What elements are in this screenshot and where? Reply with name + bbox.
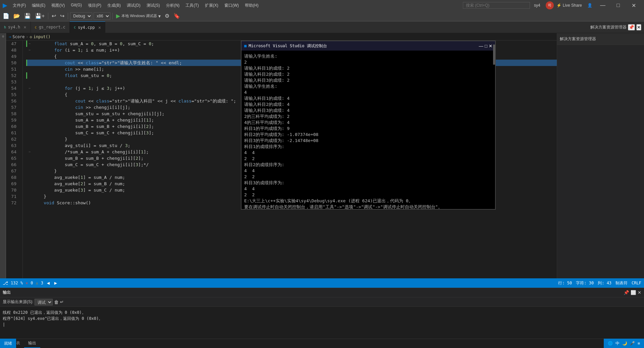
tab-gs-label: gs_report.c	[39, 25, 65, 29]
menu-file[interactable]: 文件(F)	[10, 1, 29, 10]
tab-sy4cpp-label: sy4.cpp	[78, 25, 95, 30]
console-line-1: 2	[244, 59, 492, 65]
line-number-50: 50	[6, 60, 19, 66]
change-indicator-71	[26, 193, 27, 200]
toolbar-separator-3	[112, 13, 113, 19]
toolbar-separator-2	[68, 13, 68, 19]
change-indicator-67	[26, 168, 27, 174]
title-bar: ▶ 文件(F) 编辑(E) 视图(V) Git(G) 项目(P) 生成(B) 调…	[0, 0, 644, 11]
error-count[interactable]: 0	[31, 281, 33, 285]
menu-project[interactable]: 项目(P)	[85, 1, 104, 10]
feedback-icon: ≡	[638, 341, 640, 346]
console-minimize[interactable]: —	[479, 44, 483, 49]
open-file-button[interactable]: 📂	[12, 12, 21, 20]
nav-back-button[interactable]: ◄	[46, 280, 51, 286]
console-line-23: 2 2	[244, 192, 492, 198]
line-number-68: 68	[6, 174, 19, 181]
source-control-icon[interactable]: ⎇	[3, 280, 8, 286]
nav-forward-button[interactable]: ►	[53, 280, 58, 286]
console-line-25: E:\大三上\c++实验\实验4\sy4\Debug\sy4.exe (进程 6…	[244, 198, 492, 204]
dropdown-icon: ▾	[158, 13, 161, 19]
tab-sy4h[interactable]: h sy4.h ×	[0, 21, 31, 33]
toolbar-separator-1	[48, 13, 48, 19]
save-all-button[interactable]: 💾+	[34, 12, 46, 20]
console-line-26: 要在调试停止时自动关闭控制台，请启用"工具"->"选项"->"调试"->"调试停…	[244, 204, 492, 209]
breadcrumb-score[interactable]: Score	[12, 34, 24, 39]
output-header: 输出 📌 ⬜ ✕	[0, 288, 644, 297]
undo-button[interactable]: ↩	[50, 12, 57, 20]
menu-debug[interactable]: 调试(D)	[124, 1, 143, 10]
editor-container: 4748495051525354555657585960616263646566…	[6, 41, 557, 278]
tab-sy4h-close[interactable]: ×	[23, 24, 26, 30]
console-line-12: 科目1的平均成绩为: 9	[244, 126, 492, 132]
maximize-button[interactable]: □	[610, 0, 626, 11]
tab-sy4cpp-close[interactable]: ×	[98, 25, 101, 30]
solution-explorer-title: 解决方案资源管理器	[590, 24, 627, 30]
change-indicator-47	[26, 41, 27, 47]
console-maximize[interactable]: □	[485, 44, 487, 49]
debug-config-select[interactable]: Debug	[70, 12, 92, 20]
run-label: 本地 Windows 调试器	[121, 13, 157, 18]
debug-tools[interactable]: ⚙	[163, 12, 171, 20]
tab-gs-report[interactable]: c gs_report.c	[31, 21, 70, 33]
menu-extend[interactable]: 扩展(X)	[202, 1, 221, 10]
tab-gs-icon: c	[35, 25, 37, 29]
solution-explorer-close[interactable]: ✕	[636, 24, 641, 30]
menu-build[interactable]: 生成(B)	[105, 1, 123, 10]
save-button[interactable]: 💾	[23, 12, 32, 20]
output-clear[interactable]: 🗑	[54, 299, 59, 305]
change-indicator-72	[26, 200, 27, 206]
output-pin[interactable]: 📌	[624, 290, 629, 295]
line-number-66: 66	[6, 161, 19, 168]
theme-icon: 🌙	[622, 341, 627, 346]
minimize-button[interactable]: —	[595, 0, 610, 11]
change-indicator-61	[26, 130, 27, 136]
output-source-select[interactable]: 调试	[35, 299, 53, 305]
menu-git[interactable]: Git(G)	[68, 1, 85, 10]
line-number-62: 62	[6, 136, 19, 142]
breadcrumb-input[interactable]: input()	[34, 34, 51, 39]
cursor-col: 列: 43	[598, 280, 611, 286]
platform-select[interactable]: x86	[94, 12, 110, 20]
output-close[interactable]: ✕	[638, 290, 641, 295]
live-share-button[interactable]: ⚡ Live Share	[556, 3, 582, 8]
fold-button-54[interactable]: −	[29, 85, 33, 91]
fold-button-48[interactable]: −	[29, 47, 33, 53]
change-indicator-49	[26, 53, 27, 60]
warning-count[interactable]: 3	[41, 281, 43, 285]
redo-button[interactable]: ↪	[59, 12, 66, 20]
output-float[interactable]: ⬜	[631, 290, 636, 295]
breadcrumb-arrow-1: →	[9, 34, 11, 39]
menu-analyze[interactable]: 分析(N)	[163, 1, 182, 10]
solution-explorer-pin[interactable]: 📌	[628, 24, 635, 30]
output-line-2: |	[3, 322, 641, 328]
tab-output[interactable]: 输出	[24, 339, 40, 348]
tab-indicator[interactable]: 制表符	[615, 280, 628, 286]
line-ending[interactable]: CRLF	[632, 281, 641, 285]
output-title: 输出	[3, 290, 11, 295]
close-button[interactable]: ✕	[626, 0, 641, 11]
menu-test[interactable]: 测试(S)	[144, 1, 163, 10]
sidebar-icons: ⚙	[0, 33, 6, 40]
console-close[interactable]: ✕	[489, 44, 492, 49]
fold-button-47[interactable]: −	[29, 41, 33, 47]
change-indicator-53	[26, 79, 27, 85]
bookmark-button[interactable]: 🔖	[172, 12, 181, 20]
zoom-level[interactable]: 132 %	[11, 281, 23, 285]
menu-window[interactable]: 窗口(W)	[222, 1, 241, 10]
run-button[interactable]: ▶ 本地 Windows 调试器 ▾	[115, 13, 162, 19]
tab-sy4cpp[interactable]: c sy4.cpp ×	[70, 21, 105, 33]
change-indicator-70	[26, 187, 27, 193]
new-file-button[interactable]: 📄	[1, 12, 11, 20]
play-icon: ▶	[116, 13, 120, 19]
output-word-wrap[interactable]: ↵	[60, 299, 64, 304]
menu-view[interactable]: 视图(V)	[49, 1, 67, 10]
fold-button-64[interactable]: −	[29, 149, 33, 155]
menu-tools[interactable]: 工具(T)	[183, 1, 201, 10]
menu-help[interactable]: 帮助(H)	[242, 1, 261, 10]
line-number-49: 49	[6, 53, 19, 60]
search-input[interactable]	[463, 2, 530, 9]
console-scrollbar[interactable]	[493, 45, 495, 65]
console-line-5: 请输入学生姓名:	[244, 83, 492, 89]
menu-edit[interactable]: 编辑(E)	[29, 1, 48, 10]
